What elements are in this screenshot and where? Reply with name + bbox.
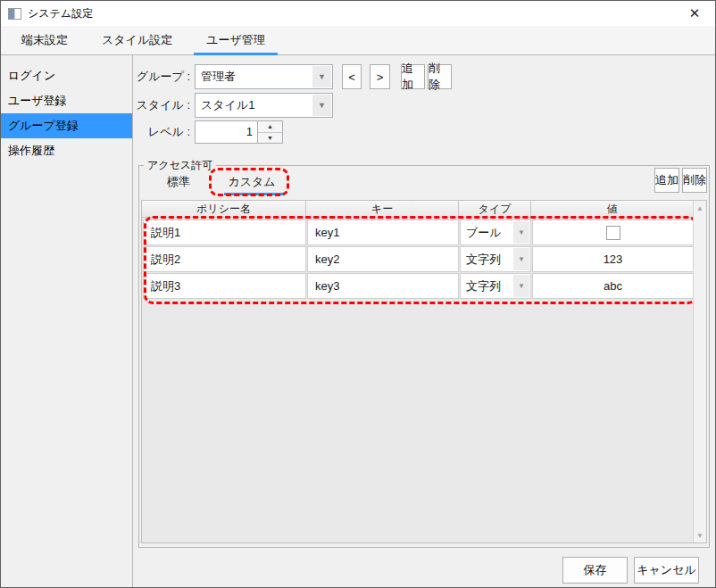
level-stepper: ▲ ▼	[258, 120, 283, 144]
chevron-down-icon[interactable]: ▼	[513, 248, 529, 270]
system-settings-dialog: システム設定 ✕ 端末設定 スタイル設定 ユーザ管理 ログイン ユーザ登録 グル…	[0, 0, 716, 588]
policy-name-cell[interactable]: 説明2	[143, 246, 306, 272]
header-key: キー	[306, 201, 459, 218]
table-row: 説明3 key3 文字列 ▼ abc	[142, 272, 694, 299]
group-prev-button[interactable]: <	[342, 64, 362, 89]
group-row: グループ : 管理者 ▼ < > 追加 削除	[133, 64, 715, 89]
sidebar-item-group-registration[interactable]: グループ登録	[1, 113, 132, 138]
policy-name-cell[interactable]: 説明1	[143, 219, 306, 245]
access-tab-strip: 標準 カスタム	[139, 166, 709, 198]
scroll-down-icon[interactable]: ▼	[694, 528, 706, 542]
cancel-button[interactable]: キャンセル	[634, 557, 699, 584]
type-cell-value: ブール	[466, 225, 502, 241]
save-button[interactable]: 保存	[562, 557, 628, 584]
app-icon	[8, 8, 21, 20]
policy-name-cell[interactable]: 説明3	[143, 273, 306, 299]
close-icon[interactable]: ✕	[681, 3, 708, 24]
value-cell[interactable]	[532, 219, 694, 245]
sidebar: ログイン ユーザ登録 グループ登録 操作履歴	[1, 55, 133, 587]
table-row: 説明1 key1 ブール ▼	[142, 219, 694, 245]
group-registration-panel: グループ : 管理者 ▼ < > 追加 削除 スタイル : スタイル1 ▼	[133, 55, 715, 587]
key-cell[interactable]: key1	[307, 219, 459, 245]
group-combobox-value: 管理者	[196, 69, 236, 85]
header-policy-name: ポリシー名	[142, 201, 306, 218]
group-label: グループ :	[133, 69, 195, 85]
policy-table: ポリシー名 キー タイプ 値 説明1 key1 ブール ▼	[141, 200, 707, 543]
window-title: システム設定	[28, 6, 93, 21]
tab-standard[interactable]: 標準	[146, 166, 211, 198]
spin-up-icon[interactable]: ▲	[258, 121, 282, 133]
title-bar: システム設定 ✕	[1, 1, 715, 26]
table-row: 説明2 key2 文字列 ▼ 123	[142, 245, 694, 272]
scroll-up-icon[interactable]: ▲	[694, 201, 706, 215]
style-combobox-value: スタイル1	[196, 97, 254, 113]
chevron-down-icon[interactable]: ▼	[312, 95, 331, 116]
header-type: タイプ	[459, 201, 531, 218]
policy-add-button[interactable]: 追加	[654, 168, 679, 193]
chevron-down-icon[interactable]: ▼	[513, 221, 529, 244]
main-tab-strip: 端末設定 スタイル設定 ユーザ管理	[1, 26, 715, 55]
access-actions: 追加 削除	[654, 168, 707, 193]
value-checkbox[interactable]	[606, 226, 620, 240]
group-combobox[interactable]: 管理者 ▼	[195, 64, 333, 89]
type-cell[interactable]: ブール ▼	[460, 219, 531, 245]
chevron-down-icon[interactable]: ▼	[312, 66, 331, 87]
tab-terminal-settings[interactable]: 端末設定	[4, 26, 85, 54]
type-cell-value: 文字列	[466, 252, 501, 268]
type-cell[interactable]: 文字列 ▼	[460, 246, 531, 272]
level-row: レベル : 1 ▲ ▼	[133, 120, 715, 144]
header-value: 値	[531, 201, 694, 218]
tab-custom[interactable]: カスタム	[211, 166, 293, 198]
style-label: スタイル :	[133, 97, 195, 113]
tab-style-settings[interactable]: スタイル設定	[85, 26, 189, 54]
group-add-button[interactable]: 追加	[401, 64, 425, 89]
sidebar-item-user-registration[interactable]: ユーザ登録	[1, 88, 132, 113]
access-permission-groupbox: アクセス許可 標準 カスタム 追加 削除 ポリシー名 キー タイプ 値	[138, 165, 710, 548]
level-label: レベル :	[133, 124, 195, 140]
value-cell[interactable]: abc	[532, 273, 694, 299]
tab-user-management[interactable]: ユーザ管理	[189, 26, 282, 54]
sidebar-item-login[interactable]: ログイン	[1, 63, 132, 88]
style-row: スタイル : スタイル1 ▼	[133, 93, 715, 118]
type-cell-value: 文字列	[466, 278, 501, 294]
sidebar-item-operation-history[interactable]: 操作履歴	[1, 138, 132, 163]
policy-delete-button[interactable]: 削除	[682, 168, 707, 193]
style-combobox[interactable]: スタイル1 ▼	[195, 93, 333, 118]
value-cell[interactable]: 123	[532, 246, 694, 272]
policy-table-rows: 説明1 key1 ブール ▼ 説明2	[142, 219, 694, 299]
policy-table-header: ポリシー名 キー タイプ 値	[142, 201, 706, 218]
content-area: ログイン ユーザ登録 グループ登録 操作履歴 グループ : 管理者 ▼ < > …	[1, 55, 715, 587]
key-cell[interactable]: key2	[307, 246, 459, 272]
type-cell[interactable]: 文字列 ▼	[460, 273, 531, 299]
chevron-down-icon[interactable]: ▼	[513, 275, 529, 297]
group-delete-button[interactable]: 削除	[428, 64, 452, 89]
key-cell[interactable]: key3	[307, 273, 459, 299]
table-scrollbar[interactable]: ▲ ▼	[693, 201, 706, 542]
group-next-button[interactable]: >	[370, 64, 390, 89]
level-input[interactable]: 1	[195, 120, 258, 144]
spin-down-icon[interactable]: ▼	[258, 133, 282, 144]
